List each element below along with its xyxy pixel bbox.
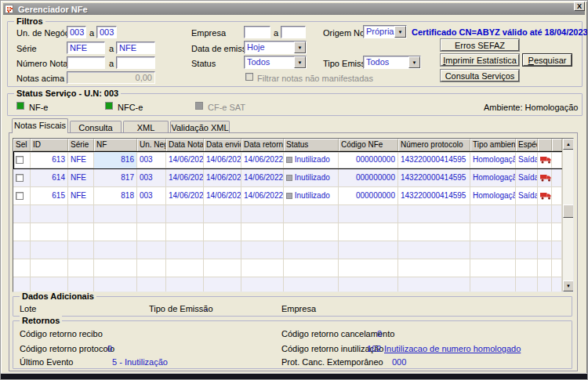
- chevron-down-icon[interactable]: ▼: [294, 56, 306, 68]
- empty-table-row[interactable]: [13, 223, 573, 241]
- un-negocio-to-field[interactable]: 003: [96, 26, 117, 38]
- row-checkbox[interactable]: [16, 156, 24, 164]
- empty-table-row[interactable]: [13, 259, 573, 277]
- table-row[interactable]: 613NFE81600314/06/202214/06/202214/06/20…: [13, 151, 573, 169]
- column-header-Tipo ambiente[interactable]: Tipo ambiente: [470, 139, 516, 151]
- tab-notas-fiscais[interactable]: Notas Fiscais: [12, 118, 68, 133]
- extra-cell: [552, 151, 562, 169]
- column-header-Data retorno[interactable]: Data retorno: [241, 139, 284, 151]
- empresa-to-field[interactable]: [281, 26, 306, 38]
- un-neg-cell: 003: [137, 169, 166, 187]
- empty-cell: [516, 241, 538, 259]
- nfe-status-icon: [16, 102, 24, 110]
- tab-xml[interactable]: XML: [123, 121, 169, 132]
- ambiente-label: Ambiente: Homologação: [484, 103, 578, 112]
- ambiente-cell: Homologação: [470, 169, 516, 187]
- numero-nota-to-field[interactable]: [116, 56, 155, 69]
- serie-label: Série: [16, 44, 37, 53]
- un-neg-cell: 003: [137, 151, 166, 169]
- chevron-down-icon[interactable]: ▼: [408, 56, 420, 68]
- column-header-extra[interactable]: [538, 139, 552, 151]
- empresa-from-field[interactable]: [244, 26, 270, 38]
- empty-cell: [94, 259, 137, 277]
- close-icon[interactable]: X: [574, 2, 585, 11]
- empty-cell: [13, 259, 31, 277]
- ambiente-cell: Homologação: [470, 187, 516, 205]
- numero-nota-from-field[interactable]: [67, 56, 105, 69]
- inutilizacao-link[interactable]: Inutilizacao de numero homologado: [384, 344, 521, 353]
- serie-to-field[interactable]: NFE: [116, 42, 155, 54]
- empty-cell: [339, 223, 398, 241]
- empty-cell: [241, 241, 284, 259]
- retornos-group: Retornos Código retorno recibo Código re…: [13, 320, 572, 369]
- scroll-thumb[interactable]: [563, 204, 574, 218]
- status-servico-legend: Status Serviço - U.N: 003: [14, 89, 121, 98]
- scroll-up-icon[interactable]: ▲: [563, 139, 574, 150]
- table-row[interactable]: 614NFE81700314/06/202214/06/202214/06/20…: [13, 169, 573, 187]
- table-body: 613NFE81600314/06/202214/06/202214/06/20…: [13, 151, 573, 292]
- column-header-Sel[interactable]: Sel: [13, 139, 31, 151]
- empty-cell: [470, 205, 516, 223]
- empty-table-row[interactable]: [13, 277, 573, 292]
- erros-sefaz-button[interactable]: Erros SEFAZ: [441, 39, 519, 51]
- retornos-legend: Retornos: [20, 316, 62, 325]
- pesquisar-button[interactable]: Pesquisar: [523, 54, 572, 66]
- empty-cell: [538, 277, 552, 292]
- codigo-nfe-cell: 000000000: [339, 151, 398, 169]
- scroll-down-icon[interactable]: ▼: [563, 280, 574, 291]
- row-checkbox[interactable]: [16, 192, 24, 200]
- empty-cell: [552, 277, 562, 292]
- retorno-protocolo-value: 0: [107, 344, 112, 353]
- chevron-down-icon[interactable]: ▼: [294, 42, 306, 53]
- chevron-down-icon[interactable]: ▼: [394, 26, 406, 38]
- data-emissao-select[interactable]: Hoje ▼: [244, 41, 307, 54]
- empty-cell: [241, 205, 284, 223]
- empty-cell: [552, 205, 562, 223]
- tipo-emissao-select[interactable]: Todos ▼: [363, 56, 421, 69]
- table-row[interactable]: 615NFE81800314/06/202214/06/202214/06/20…: [13, 187, 573, 205]
- extra-cell: [552, 187, 562, 205]
- un-negocio-from-field[interactable]: 003: [67, 26, 86, 38]
- range-sep: a: [109, 44, 114, 53]
- row-checkbox[interactable]: [16, 174, 24, 182]
- empty-cell: [94, 277, 137, 292]
- numero-nota-label: Número Nota: [16, 59, 67, 68]
- nf-cell: 816: [94, 151, 137, 169]
- danfe-cell: [538, 169, 552, 187]
- vertical-scrollbar[interactable]: ▲ ▼: [562, 139, 573, 291]
- notas-acima-field: 0,00: [67, 71, 155, 84]
- column-header-Número protocolo[interactable]: Número protocolo: [398, 139, 470, 151]
- tab-validacao-xml[interactable]: Validação XML: [170, 121, 230, 132]
- column-header-Data Nota[interactable]: Data Nota: [166, 139, 204, 151]
- column-header-Série[interactable]: Série: [68, 139, 94, 151]
- imprimir-estatistica-button[interactable]: Imprimir Estatística: [441, 54, 519, 66]
- consulta-servicos-button[interactable]: Consulta Serviços: [441, 70, 519, 81]
- column-header-Un. Neg.[interactable]: Un. Neg.: [137, 139, 166, 151]
- truck-icon[interactable]: [540, 174, 552, 182]
- id-cell: 615: [31, 187, 68, 205]
- title-bar: Gerenciador NFe: [3, 3, 585, 15]
- column-header-Código NFe[interactable]: Código NFe: [339, 139, 398, 151]
- column-header-Espécie[interactable]: Espécie: [516, 139, 538, 151]
- empty-table-row[interactable]: [13, 241, 573, 259]
- empty-table-row[interactable]: [13, 205, 573, 223]
- empty-cell: [31, 241, 68, 259]
- tab-consulta-nfe[interactable]: Consulta NFe: [70, 121, 122, 132]
- column-header-extra[interactable]: [552, 139, 562, 151]
- truck-icon[interactable]: [540, 192, 552, 200]
- notas-table: SelIDSérieNFUn. Neg.Data NotaData envioD…: [13, 138, 574, 292]
- truck-icon[interactable]: [540, 156, 552, 164]
- origem-nota-select[interactable]: Própria ▼: [363, 25, 407, 38]
- column-header-ID[interactable]: ID: [31, 139, 68, 151]
- empty-cell: [398, 277, 470, 292]
- empty-cell: [538, 205, 552, 223]
- column-header-Status[interactable]: Status: [284, 139, 339, 151]
- status-select[interactable]: Todos ▼: [244, 56, 307, 69]
- empty-cell: [204, 205, 241, 223]
- empty-cell: [516, 259, 538, 277]
- serie-from-field[interactable]: NFE: [67, 42, 105, 54]
- serie-cell: NFE: [68, 151, 94, 169]
- serie-cell: NFE: [68, 187, 94, 205]
- column-header-NF[interactable]: NF: [94, 139, 137, 151]
- column-header-Data envio[interactable]: Data envio: [204, 139, 241, 151]
